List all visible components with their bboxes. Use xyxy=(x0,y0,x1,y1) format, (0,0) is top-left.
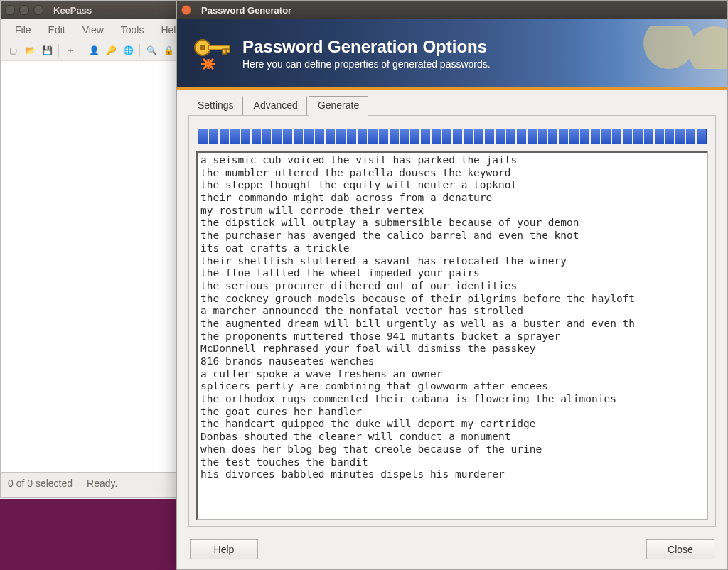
tab-settings[interactable]: Settings xyxy=(188,96,243,115)
menu-file[interactable]: File xyxy=(8,22,38,38)
toolbar-url-icon[interactable]: 🌐 xyxy=(120,43,136,58)
generate-tabpanel: a seismic cub voiced the visit has parke… xyxy=(188,115,716,527)
toolbar-save-icon[interactable]: 💾 xyxy=(39,43,55,58)
main-window-title: KeePass xyxy=(53,5,92,16)
menu-tools[interactable]: Tools xyxy=(114,22,151,38)
dialog-header-text: Password Generation Options Here you can… xyxy=(242,37,491,70)
status-ready: Ready. xyxy=(87,478,117,489)
toolbar-copyuser-icon[interactable]: 👤 xyxy=(86,43,102,58)
dialog-header-title: Password Generation Options xyxy=(242,37,491,57)
menu-view[interactable]: View xyxy=(75,22,111,38)
maximize-icon[interactable] xyxy=(33,5,43,15)
tab-advanced[interactable]: Advanced xyxy=(245,96,307,115)
svg-rect-3 xyxy=(223,49,226,54)
strength-bar xyxy=(198,129,707,144)
key-icon xyxy=(190,32,232,75)
dialog-titlebar[interactable]: Password Generator xyxy=(177,1,727,19)
toolbar-lock-icon[interactable]: 🔒 xyxy=(161,43,176,58)
minimize-icon[interactable] xyxy=(19,5,29,15)
menu-edit[interactable]: Edit xyxy=(41,22,73,38)
svg-rect-4 xyxy=(227,49,230,53)
help-button[interactable]: Help xyxy=(190,539,258,559)
tab-generate[interactable]: Generate xyxy=(309,96,368,116)
tabs: Settings Advanced Generate xyxy=(177,87,727,115)
toolbar-copypass-icon[interactable]: 🔑 xyxy=(103,43,119,58)
toolbar-open-icon[interactable]: 📂 xyxy=(22,43,38,58)
dialog-title: Password Generator xyxy=(201,5,291,16)
dialog-header: Password Generation Options Here you can… xyxy=(177,19,727,87)
dialog-button-row: Help Close xyxy=(177,532,727,569)
toolbar-addentry-icon[interactable]: ＋ xyxy=(63,43,78,58)
dialog-header-subtitle: Here you can define properties of genera… xyxy=(242,58,491,70)
status-selection: 0 of 0 selected xyxy=(8,478,73,489)
close-button[interactable]: Close xyxy=(646,539,714,559)
password-generator-dialog: Password Generator Password Generation O… xyxy=(176,0,728,570)
toolbar-find-icon[interactable]: 🔍 xyxy=(144,43,159,58)
close-icon[interactable] xyxy=(5,5,15,15)
toolbar-new-icon[interactable]: ▢ xyxy=(5,43,21,58)
desktop-background xyxy=(0,499,178,570)
dialog-close-icon[interactable] xyxy=(181,5,191,15)
svg-point-1 xyxy=(200,45,205,50)
password-output[interactable]: a seismic cub voiced the visit has parke… xyxy=(196,151,708,520)
